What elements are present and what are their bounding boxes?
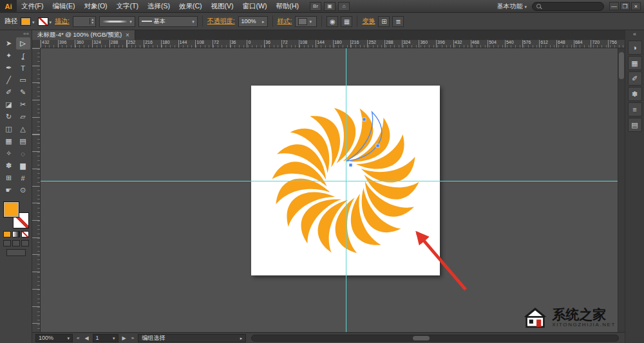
opacity-panel-link[interactable]: 不透明度: [207,17,235,26]
vertical-scrollbar-thumb[interactable] [619,52,624,79]
guide-vertical[interactable] [346,48,346,332]
transform-panel-link[interactable]: 变换 [362,17,375,26]
search-input[interactable] [532,2,604,11]
symbol-sprayer-tool[interactable]: ✽ [2,160,16,172]
align-panel-icon[interactable]: ⊞ [378,16,390,27]
blend-tool[interactable]: ◌ [16,147,30,160]
arrange-documents-icon[interactable]: ▣ [324,2,336,11]
screen-mode-button[interactable] [6,249,26,256]
ruler-number: 612 [540,40,548,44]
column-graph-tool[interactable]: ▆ [16,160,30,172]
panel-options-icon[interactable]: ≣ [392,16,404,27]
workspace-home-icon[interactable]: ⌂ [338,2,350,11]
variable-width-profile-select[interactable] [99,16,135,27]
rectangle-tool[interactable]: ▭ [16,74,30,86]
draw-normal-button[interactable] [3,240,11,246]
menu-item-4[interactable]: 选择(S) [143,0,175,12]
chevron-down-icon [192,18,194,24]
pencil-tool[interactable]: ✎ [16,86,30,98]
vertical-ruler[interactable] [32,48,41,332]
eraser-tool[interactable]: ◪ [2,98,16,111]
fill-color-control[interactable] [21,17,35,26]
rotate-tool[interactable]: ↻ [2,111,16,123]
minimize-button[interactable]: — [609,2,619,10]
ruler-number: 216 [352,40,359,44]
style-panel-link[interactable]: 样式: [278,17,292,26]
document-tab[interactable]: 未标题-4* @ 100% (RGB/预览) × [32,30,135,40]
selection-tool[interactable]: ➤ [2,37,16,50]
zoom-level-select[interactable]: 100% [35,334,73,342]
previous-artboard-button[interactable]: ◀ [83,335,90,341]
stepper-arrows-icon[interactable]: ▲▼ [90,18,95,24]
lasso-tool[interactable]: ʆ [16,50,30,62]
artboard-tool[interactable]: ⊞ [2,172,16,184]
last-artboard-button[interactable]: » [130,335,135,341]
hand-tool[interactable]: ☛ [2,184,16,196]
draw-inside-button[interactable] [21,240,29,246]
perspective-grid-tool[interactable]: △ [16,123,30,135]
menu-item-8[interactable]: 帮助(H) [272,0,304,12]
style-select[interactable] [295,16,317,27]
next-artboard-button[interactable]: ▶ [121,335,128,341]
gradient-button[interactable] [12,231,20,237]
menu-item-0[interactable]: 文件(F) [17,0,48,12]
color-panel-icon[interactable]: ◑ [628,41,642,55]
workspace-switcher[interactable]: 基本功能 [497,2,527,11]
close-button[interactable]: × [631,2,641,10]
stroke-weight-stepper[interactable]: ▲▼ [73,16,96,27]
symbols-panel-icon[interactable]: ✽ [628,87,642,101]
swatches-panel-icon[interactable]: ▦ [628,56,642,70]
line-segment-tool[interactable]: ╱ [2,74,16,86]
ruler-origin-box[interactable] [32,40,41,48]
pen-tool[interactable]: ✒ [2,62,16,74]
stroke-panel-icon[interactable]: ≡ [628,102,642,116]
brush-definition-select[interactable]: 基本 [138,16,198,27]
type-tool[interactable]: T [16,62,30,74]
brushes-panel-icon[interactable]: ✐ [628,71,642,86]
gradient-tool[interactable]: ▤ [16,135,30,147]
eyedropper-tool[interactable]: ✧ [2,147,16,160]
menu-item-3[interactable]: 文字(T) [112,0,143,12]
stroke-panel-link[interactable]: 描边: [55,17,70,26]
vertical-scrollbar[interactable] [618,48,625,332]
paintbrush-tool[interactable]: ✐ [2,86,16,98]
chevron-right-icon [262,18,265,24]
guide-horizontal[interactable] [41,181,625,181]
restore-button[interactable]: ❐ [620,2,630,10]
horizontal-scrollbar-thumb[interactable] [413,336,430,340]
first-artboard-button[interactable]: « [75,335,80,341]
gradient-panel-icon[interactable]: ▤ [628,118,642,132]
menu-item-2[interactable]: 对象(O) [79,0,111,12]
shape-builder-tool[interactable]: ◫ [2,123,16,135]
fill-stroke-widget[interactable] [3,201,30,228]
scale-tool[interactable]: ▱ [16,111,30,123]
horizontal-scrollbar[interactable] [251,335,619,342]
horizontal-ruler[interactable]: 4323963603242882522161801441087236036721… [41,40,625,48]
direct-selection-tool[interactable]: ▷ [16,37,30,50]
slice-tool[interactable]: # [16,172,30,184]
mesh-tool[interactable]: ▦ [2,135,16,147]
fill-color-swatch[interactable] [3,201,19,218]
menu-item-6[interactable]: 视图(V) [207,0,238,12]
draw-behind-button[interactable] [12,240,20,246]
recolor-artwork-icon[interactable]: ◉ [327,16,338,27]
close-icon[interactable]: × [126,32,129,39]
menu-item-5[interactable]: 效果(C) [175,0,207,12]
opacity-input[interactable]: 100% [238,16,268,27]
menu-item-1[interactable]: 编辑(E) [48,0,79,12]
collapse-toolbar-icon[interactable]: «« [0,31,32,37]
magic-wand-tool[interactable]: ✦ [2,50,16,62]
zoom-tool[interactable]: ⊙ [16,184,30,196]
stroke-color-control[interactable] [38,17,52,26]
none-button[interactable] [21,231,29,237]
document-setup-grid-icon[interactable]: ▦ [341,16,352,27]
expand-panels-icon[interactable]: « [625,30,644,39]
artboard-number-input[interactable]: 1 [93,334,118,342]
ruler-number: 72 [214,40,219,44]
current-tool-indicator[interactable]: 编组选择 [138,334,246,342]
canvas[interactable]: 系统之家 XITONGZHIJIA.NET [41,48,625,332]
color-button[interactable] [3,231,11,237]
bridge-icon[interactable]: Br [310,2,321,11]
scissors-tool[interactable]: ✂ [16,98,30,111]
menu-item-7[interactable]: 窗口(W) [238,0,272,12]
